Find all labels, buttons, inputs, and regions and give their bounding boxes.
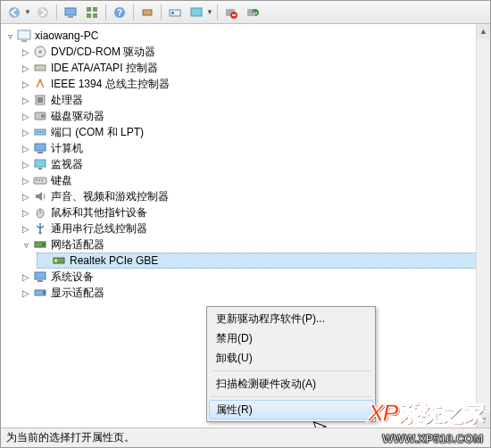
- expand-icon[interactable]: ▷: [21, 191, 31, 202]
- expand-icon[interactable]: ▷: [21, 143, 31, 153]
- keyboard-icon: [33, 173, 47, 187]
- svg-rect-48: [37, 280, 43, 282]
- expand-icon[interactable]: ▷: [21, 62, 31, 73]
- tree-node-label: 磁盘驱动器: [51, 109, 104, 124]
- tb-monitor-button[interactable]: [187, 3, 206, 22]
- svg-rect-32: [35, 144, 46, 151]
- expand-icon[interactable]: ▷: [21, 111, 31, 121]
- tree-node-label: DVD/CD-ROM 驱动器: [51, 45, 155, 60]
- ctx-item-label: 卸载(U): [216, 351, 253, 366]
- tree-node-cpu[interactable]: ▷ 处理器: [19, 92, 488, 108]
- expand-icon[interactable]: ▷: [21, 207, 31, 218]
- computer-icon: [33, 141, 47, 155]
- port-icon: [33, 125, 47, 139]
- ctx-properties[interactable]: 属性(R): [209, 400, 373, 419]
- usb-icon: [33, 221, 47, 236]
- tree-node-ports[interactable]: ▷ 端口 (COM 和 LPT): [19, 124, 488, 140]
- tb-help-button[interactable]: ?: [110, 3, 129, 22]
- svg-point-23: [39, 79, 42, 82]
- tree-node-computer[interactable]: ▷ 计算机: [19, 140, 488, 156]
- tree-node-label: 监视器: [51, 157, 83, 172]
- ctx-item-label: 更新驱动程序软件(P)...: [216, 311, 325, 327]
- svg-rect-6: [87, 13, 91, 18]
- toolbar-separator: [133, 4, 134, 21]
- svg-rect-47: [35, 272, 46, 279]
- tb-grid-button[interactable]: [82, 3, 102, 22]
- status-bar: 为当前的选择打开属性页。: [1, 427, 490, 447]
- svg-rect-37: [36, 179, 37, 181]
- expand-icon[interactable]: ▷: [21, 271, 31, 282]
- tb-back-button[interactable]: [4, 3, 24, 22]
- expand-icon[interactable]: ▷: [21, 175, 31, 186]
- scroll-up-button[interactable]: ▲: [477, 24, 490, 38]
- ctx-disable[interactable]: 禁用(D): [209, 328, 373, 348]
- tree-node-ide[interactable]: ▷ IDE ATA/ATAPI 控制器: [19, 60, 488, 76]
- dropdown-arrow-icon: ▼: [24, 8, 31, 16]
- tb-plug-button[interactable]: [137, 3, 157, 22]
- tb-show-button[interactable]: [165, 3, 185, 22]
- svg-rect-44: [42, 244, 45, 245]
- network-adapter-icon: [33, 237, 47, 252]
- mouse-icon: [33, 205, 47, 220]
- toolbar-separator: [56, 4, 57, 21]
- tree-node-label: Realtek PCIe GBE: [70, 254, 158, 267]
- tree-node-dvd[interactable]: ▷ DVD/CD-ROM 驱动器: [19, 44, 488, 60]
- tree-node-usb[interactable]: ▷ 通用串行总线控制器: [19, 220, 488, 236]
- expand-icon[interactable]: ▷: [21, 79, 31, 89]
- svg-point-31: [42, 131, 44, 133]
- tree-node-network[interactable]: ▿ 网络适配器: [19, 236, 488, 253]
- expand-icon[interactable]: ▷: [21, 287, 31, 298]
- monitor-icon: [33, 157, 47, 171]
- tree-node-display[interactable]: ▷ 显示适配器: [19, 285, 488, 301]
- tree-node-mouse[interactable]: ▷ 鼠标和其他指针设备: [19, 204, 488, 220]
- tree-node-nic-selected[interactable]: Realtek PCIe GBE: [37, 253, 488, 269]
- svg-rect-18: [18, 30, 30, 39]
- tree-node-label: 显示适配器: [51, 286, 104, 301]
- tree-node-keyboard[interactable]: ▷ 键盘: [19, 172, 488, 188]
- svg-rect-10: [143, 10, 152, 15]
- expand-icon[interactable]: ▷: [21, 127, 31, 137]
- tree-node-ieee1394[interactable]: ▷ IEEE 1394 总线主控制器: [19, 76, 488, 92]
- ctx-uninstall[interactable]: 卸载(U): [209, 348, 373, 368]
- tree-node-label: 鼠标和其他指针设备: [51, 205, 147, 220]
- expand-icon[interactable]: ▷: [21, 159, 31, 170]
- ctx-item-label: 扫描检测硬件改动(A): [216, 377, 316, 392]
- expand-icon[interactable]: ▷: [21, 46, 31, 57]
- tb-computer-button[interactable]: [61, 3, 80, 22]
- tree-node-label: IDE ATA/ATAPI 控制器: [51, 61, 158, 76]
- tree-root-node[interactable]: ▿ xiaowang-PC: [3, 28, 488, 44]
- ctx-update-driver[interactable]: 更新驱动程序软件(P)...: [209, 309, 373, 328]
- tb-refresh-button[interactable]: [243, 3, 262, 22]
- expand-icon[interactable]: ▷: [21, 95, 31, 105]
- tree-node-system[interactable]: ▷ 系统设备: [19, 269, 488, 285]
- svg-text:?: ?: [117, 8, 122, 18]
- computer-icon: [17, 29, 31, 43]
- expand-icon[interactable]: ▷: [21, 223, 31, 234]
- svg-rect-3: [68, 16, 73, 18]
- svg-rect-34: [35, 160, 46, 167]
- svg-rect-33: [37, 152, 43, 153]
- svg-rect-50: [43, 291, 46, 295]
- collapse-icon[interactable]: ▿: [4, 30, 15, 41]
- vertical-scrollbar[interactable]: ▲ ▼: [476, 24, 490, 427]
- disk-icon: [33, 109, 47, 123]
- collapse-icon[interactable]: ▿: [21, 239, 31, 250]
- svg-rect-11: [170, 10, 180, 16]
- tb-forward-button[interactable]: [33, 3, 53, 22]
- ctx-scan-hardware[interactable]: 扫描检测硬件改动(A): [209, 374, 373, 394]
- speaker-icon: [33, 189, 47, 203]
- tb-stop-button[interactable]: [221, 3, 241, 22]
- tree-children: ▷ DVD/CD-ROM 驱动器 ▷ IDE ATA/ATAPI 控制器 ▷ I…: [3, 44, 488, 301]
- svg-rect-22: [35, 65, 46, 71]
- tree-node-monitor[interactable]: ▷ 监视器: [19, 156, 488, 172]
- cpu-icon: [33, 93, 47, 107]
- tree-node-label: 处理器: [51, 93, 83, 108]
- scroll-down-button[interactable]: ▼: [477, 413, 490, 427]
- tree-node-disk[interactable]: ▷ 磁盘驱动器: [19, 108, 488, 124]
- device-tree[interactable]: ▿ xiaowang-PC ▷ DVD/CD-ROM 驱动器 ▷ IDE ATA…: [3, 28, 488, 301]
- tree-node-sound[interactable]: ▷ 声音、视频和游戏控制器: [19, 188, 488, 204]
- tree-node-label: 键盘: [51, 173, 72, 188]
- svg-point-27: [41, 114, 45, 118]
- svg-rect-16: [232, 14, 236, 16]
- ide-icon: [33, 61, 47, 75]
